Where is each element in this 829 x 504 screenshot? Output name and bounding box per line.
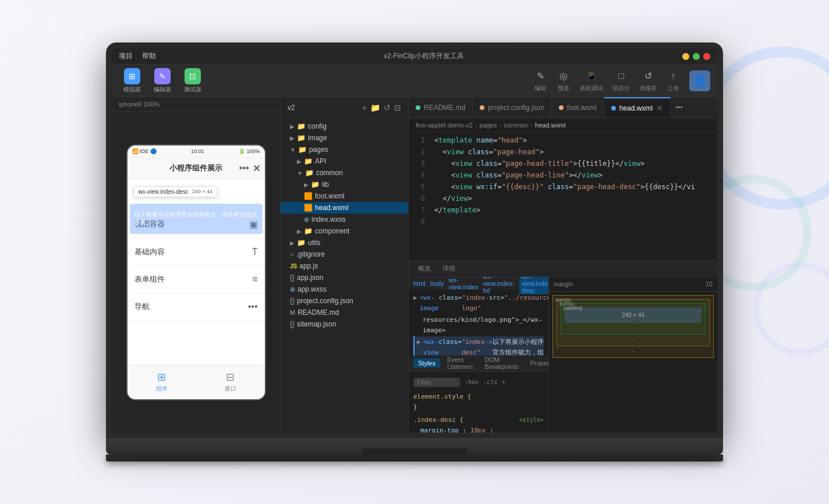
chevron-icon: ▶ bbox=[290, 135, 295, 141]
tree-item-image[interactable]: ▶ 📁 image bbox=[281, 132, 408, 144]
list-item[interactable]: 基础内容 T bbox=[127, 239, 265, 266]
devtools-tab-overview[interactable]: 概览 bbox=[413, 263, 435, 274]
toolbar-test-btn[interactable]: ⊡ 测试器 bbox=[179, 66, 206, 96]
tree-item-utils[interactable]: ▶ 📁 utils bbox=[281, 237, 408, 249]
tree-item-sitemap[interactable]: {} sitemap.json bbox=[281, 318, 408, 330]
line-num-7: 7 bbox=[409, 204, 425, 216]
folder-icon: 📁 bbox=[297, 122, 306, 130]
minimize-button[interactable] bbox=[682, 53, 689, 60]
list-item-label-2: 表单组件 bbox=[134, 274, 165, 285]
line-num-8: 8 bbox=[409, 216, 425, 228]
tree-item-label: utils bbox=[308, 239, 320, 247]
toolbar-clearcache-action[interactable]: ↺ 清缓存 bbox=[639, 69, 657, 93]
tab-dot-readme bbox=[416, 105, 420, 110]
el-tag-wxview-index[interactable]: wx-view.index bbox=[449, 277, 479, 290]
phone-nav-components[interactable]: ⊞ 组件 bbox=[127, 365, 196, 399]
list-item[interactable]: 表单组件 ≡ bbox=[127, 266, 265, 293]
close-icon[interactable]: ✕ bbox=[253, 163, 260, 174]
wxss-icon: ⊛ bbox=[304, 216, 309, 223]
laptop-screen: 项目 帮助 v2-FinClip小程序开发工具 ⊞ 模拟器 bbox=[112, 48, 717, 432]
tree-item-head-wxml[interactable]: 🟧 head.wxml bbox=[281, 202, 408, 214]
simulator-icon: ⊞ bbox=[124, 68, 140, 84]
maximize-button[interactable] bbox=[693, 53, 700, 60]
tree-item-app-wxss[interactable]: ⊛ app.wxss bbox=[281, 283, 408, 295]
phone-content: wx-view.index-desc 240 × 44 以下将展示小程序官方组件… bbox=[127, 179, 265, 364]
toolbar-upload-action[interactable]: ↑ 上传 bbox=[666, 69, 680, 93]
collapse-btn[interactable]: ⊟ bbox=[394, 103, 401, 112]
refresh-btn[interactable]: ↺ bbox=[384, 103, 391, 112]
devtools-right-panel: margin 10 margin border bbox=[548, 277, 717, 432]
sp-tab-event-listeners[interactable]: Event Listeners bbox=[442, 355, 478, 371]
new-folder-btn[interactable]: 📁 bbox=[370, 103, 380, 112]
code-editor[interactable]: 1 2 3 4 5 6 7 8 bbox=[409, 132, 717, 260]
el-tag-body[interactable]: body bbox=[430, 280, 444, 287]
close-button[interactable] bbox=[703, 53, 710, 60]
edit-action-label: 编辑 bbox=[534, 84, 546, 93]
sp-tab-dom-breakpoints[interactable]: DOM Breakpoints bbox=[480, 355, 523, 371]
tab-project-config[interactable]: project.config.json bbox=[473, 97, 552, 118]
style-rule-element: element.style { } bbox=[413, 392, 544, 413]
code-line-7: </template> bbox=[430, 204, 717, 216]
tab-close-head[interactable]: ✕ bbox=[656, 104, 663, 113]
toolbar-edit-action[interactable]: ✎ 编辑 bbox=[533, 69, 547, 93]
tree-item-app-json[interactable]: {} app.json bbox=[281, 272, 408, 283]
list-item[interactable]: 导航 ••• bbox=[127, 293, 265, 321]
tree-item-lib[interactable]: ▶ 📁 lib bbox=[281, 179, 408, 190]
tab-more-btn[interactable]: ••• bbox=[671, 104, 688, 112]
tree-item-app-js[interactable]: JS app.js bbox=[281, 260, 408, 272]
test-label: 测试器 bbox=[184, 86, 201, 94]
editor-icon: ✎ bbox=[154, 68, 171, 84]
tree-item-api[interactable]: ▶ 📁 API bbox=[281, 155, 408, 167]
toolbar-editor-btn[interactable]: ✎ 编辑器 bbox=[149, 66, 176, 96]
json-icon: {} bbox=[290, 274, 295, 282]
code-line-8 bbox=[430, 216, 717, 228]
tree-item-index-wxss[interactable]: ⊛ index.wxss bbox=[281, 214, 408, 225]
breadcrumb-item-0[interactable]: fino-applet-demo-v2 bbox=[416, 122, 473, 129]
line-num-2: 2 bbox=[409, 146, 425, 158]
devtools-tab-detail[interactable]: 详情 bbox=[438, 263, 460, 274]
breadcrumb-current: head.wxml bbox=[535, 122, 566, 129]
tree-item-gitignore[interactable]: ○ .gitignore bbox=[281, 249, 408, 260]
styles-content: :hov .cls + element.style { } bbox=[409, 372, 548, 433]
breadcrumb-item-1[interactable]: pages bbox=[480, 122, 497, 129]
devtools-left-panel: html body wx-view.index wx-view.index-hd bbox=[409, 277, 548, 432]
box-content: 240 × 44 bbox=[565, 307, 702, 323]
file-icon: ○ bbox=[290, 251, 294, 258]
tab-head-wxml[interactable]: head.wxml ✕ bbox=[604, 97, 671, 118]
phone-title-actions: ••• ✕ bbox=[239, 163, 260, 174]
tree-item-readme[interactable]: M README.md bbox=[281, 307, 408, 318]
phone-nav: ⊞ 组件 ⊟ 接口 bbox=[127, 364, 265, 399]
tree-item-common[interactable]: ▼ 📁 common bbox=[281, 167, 408, 179]
user-avatar[interactable]: 👤 bbox=[689, 70, 710, 91]
toolbar-background-action[interactable]: □ 切后台 bbox=[612, 69, 630, 93]
breadcrumb-item-2[interactable]: common bbox=[504, 122, 528, 129]
tree-item-foot-wxml[interactable]: 🟧 foot.wxml bbox=[281, 190, 408, 202]
phone-nav-api[interactable]: ⊟ 接口 bbox=[196, 365, 265, 399]
toolbar-realdevice-action[interactable]: 📱 真机调试 bbox=[580, 69, 603, 93]
styles-filter-input[interactable] bbox=[413, 378, 460, 387]
new-file-btn[interactable]: + bbox=[362, 103, 367, 112]
filter-pseudo[interactable]: :hov bbox=[465, 377, 479, 388]
toolbar-preview-action[interactable]: ◎ 预览 bbox=[557, 69, 571, 93]
el-tag-html[interactable]: html bbox=[413, 280, 426, 287]
tree-item-project-config[interactable]: {} project.config.json bbox=[281, 295, 408, 307]
sp-tab-styles[interactable]: Styles bbox=[413, 359, 440, 368]
tooltip-label: wx-view.index-desc bbox=[139, 189, 189, 195]
filter-cls[interactable]: .cls bbox=[483, 377, 497, 388]
tree-item-component[interactable]: ▶ 📁 component bbox=[281, 225, 408, 237]
tab-label-config: project.config.json bbox=[488, 104, 544, 112]
filter-add[interactable]: + bbox=[502, 377, 505, 388]
more-icon[interactable]: ••• bbox=[239, 163, 249, 174]
chevron-icon: ▶ bbox=[297, 228, 302, 235]
toolbar-simulator-btn[interactable]: ⊞ 模拟器 bbox=[119, 66, 146, 96]
background-action-label: 切后台 bbox=[612, 84, 630, 93]
tab-readme[interactable]: README.md bbox=[409, 97, 473, 118]
sp-tab-properties[interactable]: Properties bbox=[526, 359, 548, 368]
highlight-area: 以下将展示小程序官方组件能力，组件样式仅供参考。 bbox=[130, 204, 263, 234]
menu-item-help[interactable]: 帮助 bbox=[142, 51, 156, 61]
menu-item-project[interactable]: 项目 bbox=[119, 51, 133, 61]
code-lines: <template name="head"> <view class="page… bbox=[430, 132, 717, 260]
tab-foot-wxml[interactable]: foot.wxml bbox=[552, 97, 604, 118]
tree-item-pages[interactable]: ▼ 📁 pages bbox=[281, 144, 408, 155]
tree-item-config[interactable]: ▶ 📁 config bbox=[281, 120, 408, 132]
